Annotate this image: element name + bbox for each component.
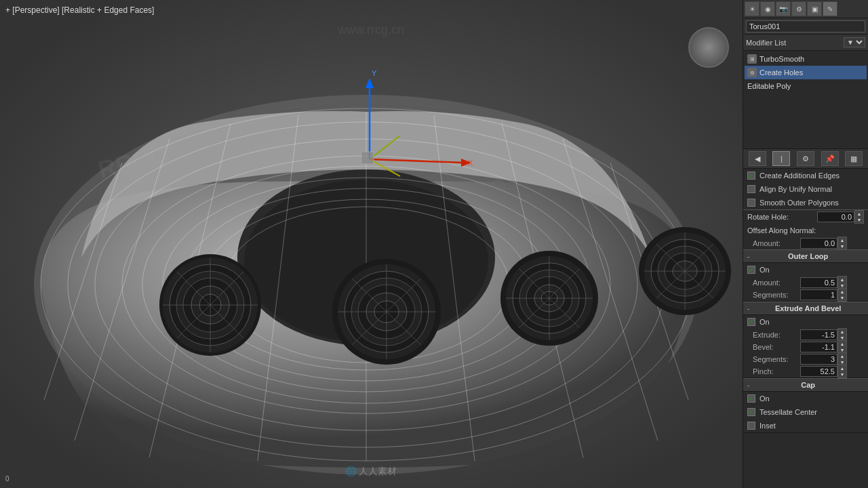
cap-header[interactable]: - Cap <box>743 378 868 392</box>
stack-empty-area <box>743 94 868 148</box>
smooth-outer-polygons-row: Smooth Outer Polygons <box>743 196 868 209</box>
create-additional-edges-checkbox[interactable] <box>747 171 755 180</box>
extrude-and-bevel-header[interactable]: - Extrude And Bevel <box>743 302 868 315</box>
svg-text:X: X <box>468 159 473 167</box>
pipe-icon[interactable]: | <box>772 151 790 166</box>
outer-loop-segments-label: Segments: <box>753 291 800 299</box>
right-panel: ☀ ◉ 📷 ⚙ ▣ ✎ Modifier List ▼ ⊞ TurboSmoot… <box>743 0 868 488</box>
cap-section: - Cap On Tessellate Center Inset <box>743 378 868 433</box>
outer-loop-amount-row: Amount: ▲ ▼ <box>743 277 868 289</box>
cap-on-checkbox[interactable] <box>747 394 755 403</box>
pinch-row: Pinch: ▲ ▼ <box>743 365 868 378</box>
outer-loop-amount-spinner[interactable]: ▲ ▼ <box>837 276 847 289</box>
outer-loop-section: - Outer Loop On Amount: ▲ ▼ Segments: <box>743 249 868 302</box>
outer-loop-on-label: On <box>760 266 770 274</box>
modifier-list-label: Modifier List <box>746 39 786 47</box>
outer-loop-segments-row: Segments: ▲ ▼ <box>743 289 868 301</box>
extrude-on-checkbox[interactable] <box>747 318 755 326</box>
modifier-name-editable-poly: Editable Poly <box>747 82 791 90</box>
cap-title: Cap <box>752 381 864 389</box>
viewport-label: + [Perspective] [Realistic + Edged Faces… <box>5 5 154 15</box>
create-additional-edges-label: Create Additional Edges <box>760 171 840 180</box>
outer-loop-amount-label: Amount: <box>753 279 800 287</box>
smooth-outer-polygons-label: Smooth Outer Polygons <box>760 199 839 207</box>
inset-row: Inset <box>743 419 868 432</box>
offset-amount-spinner[interactable]: ▲ ▼ <box>837 237 847 250</box>
rotate-hole-input[interactable] <box>817 211 854 222</box>
offset-amount-input[interactable] <box>800 238 837 249</box>
modifier-name-turbosmooth: TurboSmooth <box>760 55 804 63</box>
settings-icon[interactable]: ⚙ <box>791 1 806 16</box>
camera-icon[interactable]: 📷 <box>776 1 791 16</box>
pin-icon[interactable]: 📌 <box>821 151 839 166</box>
modifier-list-row: Modifier List ▼ <box>743 35 868 51</box>
monitor-icon[interactable]: ▣ <box>807 1 822 16</box>
sun-icon[interactable]: ☀ <box>745 1 760 16</box>
pinch-input[interactable] <box>800 366 837 377</box>
extrude-input[interactable] <box>800 329 837 340</box>
nav-cube-visual <box>688 27 729 68</box>
svg-text:Y: Y <box>372 69 377 77</box>
extrude-segments-input[interactable] <box>800 354 837 365</box>
pencil-icon[interactable]: ✎ <box>823 1 837 16</box>
extrude-on-row: On <box>743 315 868 329</box>
extrude-and-bevel-title: Extrude And Bevel <box>752 304 864 312</box>
svg-text:www.rrcg.cn: www.rrcg.cn <box>337 23 404 37</box>
align-by-unify-normal-label: Align By Unify Normal <box>760 185 832 193</box>
outer-loop-title: Outer Loop <box>752 252 864 260</box>
cap-on-label: On <box>760 394 770 403</box>
nav-cube[interactable] <box>688 27 729 68</box>
cap-on-row: On <box>743 392 868 405</box>
inset-checkbox[interactable] <box>747 422 755 430</box>
rotate-hole-spinner[interactable]: ▲ ▼ <box>854 210 864 224</box>
outer-loop-header[interactable]: - Outer Loop <box>743 249 868 263</box>
torus-scene: www.rrcg.cn RRCG RRCG 人人素材 人人素材 <box>0 0 743 488</box>
bottom-icon-row: ◀ | ⚙ 📌 ▦ <box>743 148 868 169</box>
bevel-input[interactable] <box>800 342 837 352</box>
extrude-collapse-icon: - <box>747 305 749 312</box>
modifier-item-turbosmooth[interactable]: ⊞ TurboSmooth <box>745 52 867 66</box>
offset-along-normal-label: Offset Along Normal: <box>747 226 864 235</box>
extrude-spinner[interactable]: ▲ ▼ <box>837 328 847 342</box>
svg-rect-79 <box>361 152 374 164</box>
offset-amount-row: Amount: ▲ ▼ <box>743 237 868 249</box>
arrow-left-icon[interactable]: ◀ <box>749 151 766 166</box>
outer-loop-on-checkbox[interactable] <box>747 266 755 274</box>
inset-label: Inset <box>760 422 776 430</box>
outer-loop-segments-input[interactable] <box>800 289 837 300</box>
sphere-icon[interactable]: ◉ <box>760 1 775 16</box>
extrude-on-label: On <box>760 318 770 326</box>
modifier-icon-create-holes: ⊚ <box>747 68 757 77</box>
modifier-dropdown[interactable]: ▼ <box>844 37 865 47</box>
modifier-item-editable-poly[interactable]: Editable Poly <box>745 79 867 93</box>
align-by-unify-normal-checkbox[interactable] <box>747 185 755 193</box>
modifier-stack: ⊞ TurboSmooth ⊚ Create Holes Editable Po… <box>743 51 868 94</box>
viewport: + [Perspective] [Realistic + Edged Faces… <box>0 0 743 488</box>
cap-collapse-icon: - <box>747 382 749 389</box>
extrude-and-bevel-section: - Extrude And Bevel On Extrude: ▲ ▼ Be <box>743 302 868 378</box>
modifier-item-create-holes[interactable]: ⊚ Create Holes <box>745 66 867 79</box>
main-container: + [Perspective] [Realistic + Edged Faces… <box>0 0 868 488</box>
tessellate-center-row: Tessellate Center <box>743 405 868 419</box>
outer-loop-amount-input[interactable] <box>800 277 837 288</box>
properties-area: Create Additional Edges Align By Unify N… <box>743 169 868 488</box>
pinch-spinner[interactable]: ▲ ▼ <box>837 365 847 378</box>
bevel-label: Bevel: <box>753 343 800 351</box>
tessellate-center-checkbox[interactable] <box>747 408 755 416</box>
object-name-input[interactable] <box>746 20 865 33</box>
rotate-hole-row: Rotate Hole: ▲ ▼ <box>743 210 868 224</box>
configure-icon[interactable]: ⚙ <box>797 151 814 166</box>
smooth-outer-polygons-checkbox[interactable] <box>747 199 755 207</box>
align-by-unify-normal-row: Align By Unify Normal <box>743 182 868 196</box>
outer-loop-collapse-icon: - <box>747 253 749 260</box>
extrude-segments-spinner[interactable]: ▲ ▼ <box>837 352 847 366</box>
outer-loop-segments-spinner[interactable]: ▲ ▼ <box>837 288 847 302</box>
create-additional-edges-row: Create Additional Edges <box>743 169 868 182</box>
rotate-hole-label: Rotate Hole: <box>747 213 817 221</box>
bevel-spinner[interactable]: ▲ ▼ <box>837 340 847 354</box>
extrude-value-row: Extrude: ▲ ▼ <box>743 329 868 341</box>
app-toolbar: ☀ ◉ 📷 ⚙ ▣ ✎ <box>743 0 868 18</box>
object-name-bar <box>743 18 868 35</box>
render-preview-icon[interactable]: ▦ <box>845 151 863 166</box>
outer-loop-on-row: On <box>743 263 868 277</box>
